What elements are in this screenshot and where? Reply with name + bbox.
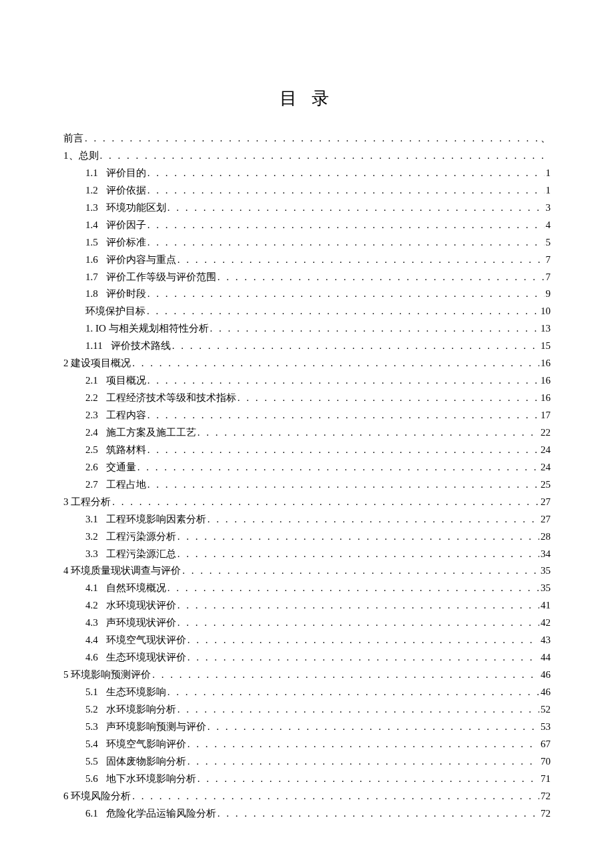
toc-leader-dots (208, 719, 539, 736)
toc-entry-page: 35 (541, 562, 551, 580)
toc-entry-number: 4.4 (85, 632, 98, 649)
toc-entry-number: 2.4 (85, 424, 98, 442)
toc-entry: 3 工程分析27 (63, 494, 551, 511)
toc-entry-page: 42 (541, 614, 551, 632)
toc-entry-label: 筑路材料 (106, 442, 146, 459)
toc-leader-dots (132, 788, 539, 805)
toc-entry: 1、总则 (63, 147, 551, 165)
toc-entry: 5 环境影响预测评价46 (63, 667, 551, 684)
toc-entry-page: 27 (541, 511, 551, 528)
toc-entry-label: 1. IO 与相关规划相符性分析 (85, 320, 209, 338)
toc-leader-dots (168, 199, 545, 217)
toc-entry-page: 1 (546, 182, 551, 199)
toc-entry-label: 水环境影响分析 (106, 701, 176, 719)
toc-entry-number: 2.3 (85, 407, 98, 424)
toc-leader-dots (178, 701, 539, 719)
toc-entry: 3.2工程污染源分析28 (63, 528, 551, 546)
toc-entry-page: 7 (546, 269, 551, 286)
toc-entry-number: 1.7 (85, 269, 98, 286)
toc-entry: 2.1 项目概况16 (63, 372, 551, 390)
toc-entry-label: 前言 (63, 130, 83, 147)
toc-entry: 1.4评价因子4 (63, 217, 551, 234)
toc-leader-dots (147, 372, 539, 390)
toc-entry-number: 5.1 (85, 684, 98, 701)
toc-leader-dots (147, 407, 539, 424)
toc-entry: 1.5评价标准5 (63, 234, 551, 252)
toc-entry-number: 5.3 (85, 719, 98, 736)
toc-leader-dots (147, 182, 545, 199)
toc-entry-label: 危险化学品运输风险分析 (106, 805, 216, 823)
toc-entry-page: 67 (541, 736, 551, 753)
toc-entry: 4.1自然环境概况35 (63, 580, 551, 597)
toc-entry: 2.6交通量24 (63, 459, 551, 476)
toc-entry-number: 1.11 (85, 338, 103, 355)
toc-leader-dots (218, 269, 545, 286)
toc-entry-page: 46 (541, 667, 551, 684)
toc-leader-dots (168, 684, 539, 701)
toc-entry-page: 43 (541, 632, 551, 649)
toc-entry-number: 2.1 (85, 372, 98, 390)
toc-entry: 5.5固体废物影响分析70 (63, 753, 551, 771)
toc-leader-dots (178, 614, 539, 632)
toc-entry-label: 评价内容与重点 (106, 252, 176, 269)
toc-entry-number: 1.6 (85, 252, 98, 269)
toc-entry-page: 10 (541, 303, 551, 320)
toc-leader-dots (178, 528, 539, 546)
toc-entry: 前言、 (63, 130, 551, 147)
toc-leader-dots (188, 632, 539, 649)
toc-entry-page: 15 (541, 338, 551, 355)
page-title: 目 录 (63, 87, 551, 110)
toc-leader-dots (100, 147, 550, 165)
toc-entry: 环境保护目标10 (63, 303, 551, 320)
toc-leader-dots (147, 217, 545, 234)
toc-entry-number: 4.1 (85, 580, 98, 597)
toc-entry-number: 1.1 (85, 165, 98, 182)
toc-entry-label: 环境空气现状评价 (106, 632, 186, 649)
toc-entry: 5.1生态环境影响46 (63, 684, 551, 701)
toc-entry: 4.6生态环境现状评价44 (63, 649, 551, 667)
toc-entry-page: 44 (541, 649, 551, 667)
toc-entry: 5.6地下水环境影响分析71 (63, 771, 551, 788)
toc-entry-page: 34 (541, 546, 551, 563)
toc-entry-page: 22 (541, 424, 551, 442)
toc-entry-number: 2.7 (85, 476, 98, 494)
toc-leader-dots (147, 234, 545, 252)
toc-leader-dots (152, 667, 539, 684)
toc-entry-label: 5 环境影响预测评价 (63, 667, 151, 684)
toc-entry-page: 17 (541, 407, 551, 424)
toc-entry-label: 2 建设项目概况 (63, 355, 131, 372)
toc-entry-number: 4.6 (85, 649, 98, 667)
toc-entry: 6 环境风险分析72 (63, 788, 551, 805)
toc-entry-page: 16 (541, 355, 551, 372)
toc-entry-number: 2.2 (85, 390, 98, 407)
toc-entry-page: 53 (541, 719, 551, 736)
toc-entry: 1.7评价工作等级与评价范围7 (63, 269, 551, 286)
table-of-contents: 前言、1、总则1.1评价目的11.2评价依据11.3环境功能区划31.4评价因子… (63, 130, 551, 823)
document-page: 目 录 前言、1、总则1.1评价目的11.2评价依据11.3环境功能区划31.4… (0, 0, 614, 823)
toc-entry-label: 评价因子 (106, 217, 146, 234)
toc-entry-page: 16 (541, 390, 551, 407)
toc-entry-number: 1.5 (85, 234, 98, 252)
toc-entry-label: 项目概况 (106, 372, 146, 390)
toc-leader-dots (218, 805, 539, 823)
toc-entry-label: 施工方案及施工工艺 (106, 424, 196, 442)
toc-entry-number: 5.4 (85, 736, 98, 753)
toc-entry-page: 16 (541, 372, 551, 390)
toc-leader-dots (137, 459, 539, 476)
toc-entry-page: 72 (541, 788, 551, 805)
toc-entry-label: 评价技术路线 (111, 338, 171, 355)
toc-entry-number: 1.8 (85, 286, 98, 303)
toc-entry-page: 35 (541, 580, 551, 597)
toc-entry-label: 工程污染源分析 (106, 528, 176, 546)
toc-leader-dots (132, 355, 539, 372)
toc-entry: 1.11 评价技术路线15 (63, 338, 551, 355)
toc-entry: 4.4环境空气现状评价43 (63, 632, 551, 649)
toc-entry: 1.1评价目的1 (63, 165, 551, 182)
toc-entry-page: 24 (541, 459, 551, 476)
toc-entry-page: 9 (546, 286, 551, 303)
toc-entry-page: 71 (541, 771, 551, 788)
toc-leader-dots (85, 130, 539, 147)
toc-entry-page: 46 (541, 684, 551, 701)
toc-leader-dots (238, 390, 539, 407)
toc-entry: 6.1危险化学品运输风险分析72 (63, 805, 551, 823)
